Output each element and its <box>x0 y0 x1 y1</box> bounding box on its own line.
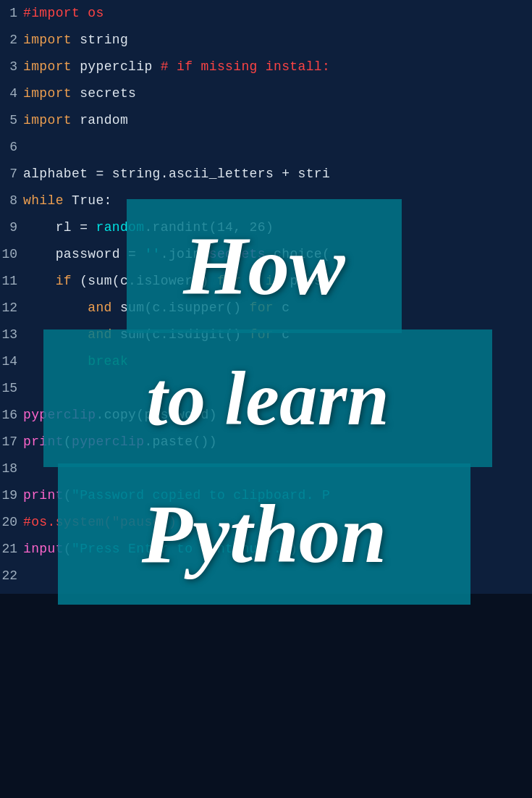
code-line-4: 4 import secrets <box>0 80 532 107</box>
overlay-to-learn: to learn <box>43 329 492 467</box>
code-line-6: 6 <box>0 134 532 161</box>
overlay-how: How <box>127 199 402 333</box>
code-line-7: 7 alphabet = string.ascii_letters + stri <box>0 161 532 188</box>
code-line-2: 2 import string <box>0 27 532 54</box>
code-line-1: 1 #import os <box>0 0 532 27</box>
code-line-5: 5 import random <box>0 107 532 134</box>
title-how: How <box>183 224 345 308</box>
title-python: Python <box>142 492 387 576</box>
code-line-3: 3 import pyperclip # if missing install: <box>0 54 532 80</box>
overlay-python: Python <box>58 463 470 605</box>
dark-bottom <box>0 594 532 798</box>
title-to-learn: to learn <box>146 361 389 437</box>
